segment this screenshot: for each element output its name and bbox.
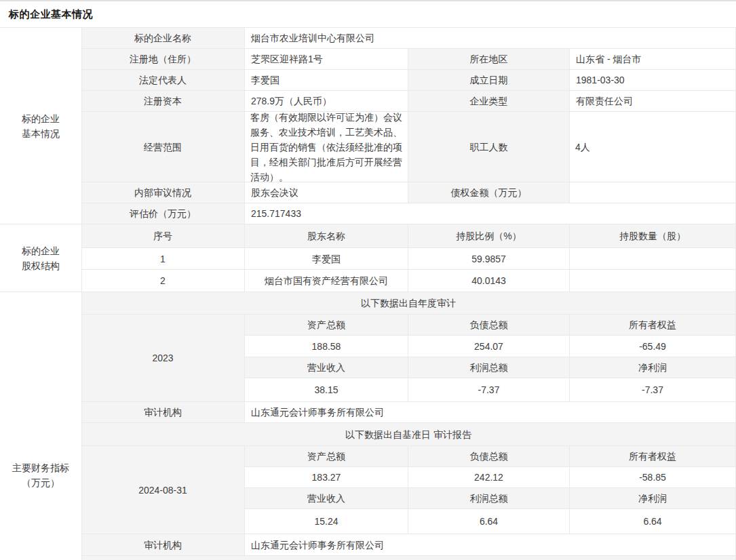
field-label-staff-count: 职工人数 (408, 112, 570, 182)
field-label-debt-amount: 债权金额（万元） (408, 182, 570, 203)
equity-no: 1 (81, 248, 245, 270)
finance-value-row: 188.58 254.07 -65.49 (245, 336, 736, 357)
field-value-debt-amount (570, 182, 736, 203)
finance-header-owner-equity: 所有者权益 (570, 446, 736, 467)
page-title: 标的企业基本情况 (9, 8, 93, 21)
title-bar: 标的企业基本情况 (0, 1, 736, 27)
equity-quantity (570, 270, 736, 292)
field-value-company-name: 烟台市农业培训中心有限公司 (245, 28, 736, 49)
field-label-legal-representative: 法定代表人 (81, 70, 245, 91)
section-label-line: 股权结构 (22, 258, 60, 273)
field-value-appraisal-price: 215.717433 (245, 203, 736, 224)
equity-header-quantity: 持股数量（股） (570, 224, 736, 248)
finance-header-total-assets: 资产总额 (245, 446, 408, 467)
field-value-company-type: 有限责任公司 (570, 91, 736, 112)
section-label-line: 标的企业 (22, 243, 60, 258)
field-value-registered-address: 芝罘区迎祥路1号 (245, 49, 408, 70)
finance-header-total-profit: 利润总额 (408, 357, 570, 378)
field-label-company-type: 企业类型 (408, 91, 570, 112)
field-label-establish-date: 成立日期 (408, 70, 570, 91)
field-value-audit-agency: 山东通元会计师事务所有限公司 (245, 534, 736, 556)
section-label-basic-info: 标的企业 基本情况 (0, 28, 82, 224)
equity-ratio: 59.9857 (408, 248, 570, 270)
banner-baseline-audit: 以下数据出自基准日 审计报告 (81, 423, 736, 446)
equity-shareholder-name: 李爱国 (245, 248, 408, 270)
finance-block-annual: 2023 资产总额 负债总额 所有者权益 188.58 254.07 -65.4… (81, 315, 736, 402)
finance-period: 2023 (81, 315, 245, 402)
finance-value-total-profit: -7.37 (408, 378, 570, 402)
equity-row: 1 李爱国 59.9857 (81, 248, 736, 270)
section-label-financial-indicators: 主要财务指标 （万元） (0, 292, 82, 560)
equity-shareholder-name: 烟台市国有资产经营有限公司 (245, 270, 408, 292)
field-label-audit-agency: 审计机构 (81, 534, 245, 556)
field-label-internal-review: 内部审议情况 (81, 182, 245, 203)
finance-header-total-liabilities: 负债总额 (408, 315, 570, 336)
table-row: 审计机构 山东通元会计师事务所有限公司 (81, 402, 736, 423)
table-row: 评估价（万元） 215.717433 (81, 203, 736, 224)
field-label-registered-capital: 注册资本 (81, 91, 245, 112)
banner-row: 以下数据出自年度审计 (81, 292, 736, 315)
field-label-business-scope: 经营范围 (81, 112, 245, 182)
finance-header-total-liabilities: 负债总额 (408, 446, 570, 467)
finance-block-baseline: 2024-08-31 资产总额 负债总额 所有者权益 183.27 242.12… (81, 446, 736, 534)
field-value-region: 山东省 - 烟台市 (570, 49, 736, 70)
finance-rows: 资产总额 负债总额 所有者权益 188.58 254.07 -65.49 营业收… (245, 315, 736, 402)
section-label-line: 基本情况 (22, 126, 60, 141)
field-label-company-name: 标的企业名称 (81, 28, 245, 49)
equity-header-no: 序号 (81, 224, 245, 248)
finance-period: 2024-08-31 (81, 446, 245, 534)
finance-value-total-liabilities: 254.07 (408, 336, 570, 357)
finance-header-owner-equity: 所有者权益 (570, 315, 736, 336)
section-label-equity-structure: 标的企业 股权结构 (0, 224, 82, 292)
field-value-registered-capital: 278.9万（人民币） (245, 91, 408, 112)
finance-value-total-liabilities: 242.12 (408, 467, 570, 488)
table-row: 审计机构 山东通元会计师事务所有限公司 (81, 534, 736, 556)
field-value-business-scope: 客房（有效期限以许可证为准）会议服务、农业技术培训，工艺美术品、日用百货的销售（… (245, 112, 408, 182)
finance-header-row: 资产总额 负债总额 所有者权益 (245, 446, 736, 467)
field-value-audit-agency: 山东通元会计师事务所有限公司 (245, 402, 736, 423)
finance-value-revenue: 15.24 (245, 509, 408, 534)
field-label-appraisal-price: 评估价（万元） (81, 203, 245, 224)
field-label-region: 所在地区 (408, 49, 570, 70)
table-row: 内部审议情况 股东会决议 债权金额（万元） (81, 182, 736, 203)
finance-value-total-assets: 188.58 (245, 336, 408, 357)
finance-header-revenue: 营业收入 (245, 488, 408, 509)
finance-header-net-profit: 净利润 (570, 488, 736, 509)
finance-value-owner-equity: -65.49 (570, 336, 736, 357)
finance-header-net-profit: 净利润 (570, 357, 736, 378)
clipped-row-cell (81, 556, 736, 560)
finance-value-owner-equity: -58.85 (570, 467, 736, 488)
finance-value-row: 15.24 6.64 6.64 (245, 509, 736, 534)
table-row: 法定代表人 李爱国 成立日期 1981-03-30 (81, 70, 736, 91)
finance-value-total-profit: 6.64 (408, 509, 570, 534)
section-label-line: 主要财务指标 (12, 460, 69, 475)
company-profile-page: 标的企业基本情况 标的企业 基本情况 标的企业 股权结构 主要财务指标 （万元）… (0, 0, 736, 560)
company-info-table: 标的企业 基本情况 标的企业 股权结构 主要财务指标 （万元） 标的企业名称 烟… (0, 27, 736, 560)
field-value-internal-review: 股东会决议 (245, 182, 408, 203)
finance-header-revenue: 营业收入 (245, 357, 408, 378)
finance-header-row: 营业收入 利润总额 净利润 (245, 488, 736, 509)
equity-header-ratio: 持股比例（%） (408, 224, 570, 248)
finance-header-total-assets: 资产总额 (245, 315, 408, 336)
field-label-registered-address: 注册地（住所） (81, 49, 245, 70)
equity-header-shareholder-name: 股东名称 (245, 224, 408, 248)
finance-value-revenue: 38.15 (245, 378, 408, 402)
equity-row: 2 烟台市国有资产经营有限公司 40.0143 (81, 270, 736, 292)
field-label-audit-agency: 审计机构 (81, 402, 245, 423)
finance-header-total-profit: 利润总额 (408, 488, 570, 509)
field-value-legal-representative: 李爱国 (245, 70, 408, 91)
equity-no: 2 (81, 270, 245, 292)
banner-row: 以下数据出自基准日 审计报告 (81, 423, 736, 446)
field-value-staff-count: 4人 (570, 112, 736, 182)
equity-ratio: 40.0143 (408, 270, 570, 292)
equity-header-row: 序号 股东名称 持股比例（%） 持股数量（股） (81, 224, 736, 248)
finance-value-total-assets: 183.27 (245, 467, 408, 488)
table-row: 标的企业名称 烟台市农业培训中心有限公司 (81, 28, 736, 49)
table-row: 经营范围 客房（有效期限以许可证为准）会议服务、农业技术培训，工艺美术品、日用百… (81, 112, 736, 182)
table-row: 注册地（住所） 芝罘区迎祥路1号 所在地区 山东省 - 烟台市 (81, 49, 736, 70)
finance-header-row: 资产总额 负债总额 所有者权益 (245, 315, 736, 336)
finance-value-net-profit: 6.64 (570, 509, 736, 534)
clipped-row (81, 556, 736, 560)
field-value-establish-date: 1981-03-30 (570, 70, 736, 91)
table-row: 注册资本 278.9万（人民币） 企业类型 有限责任公司 (81, 91, 736, 112)
